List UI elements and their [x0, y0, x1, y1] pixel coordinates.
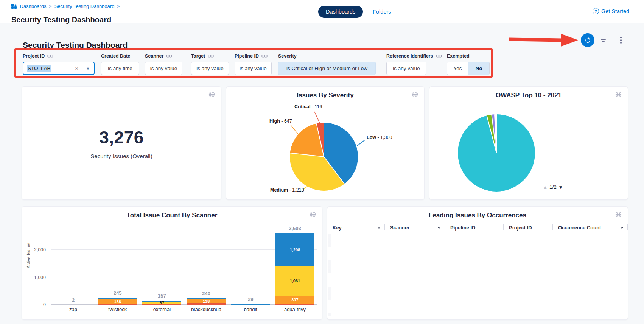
bar-segment-critical: [275, 304, 314, 305]
column-header-occurrence-count[interactable]: Occurrence Count: [553, 223, 628, 232]
bar-segment-value: 1,208: [290, 248, 300, 252]
page-indicator: 1/2: [549, 184, 557, 190]
column-header-key[interactable]: Key: [327, 223, 385, 232]
bar-segment-critical: [98, 304, 137, 305]
exempted-yes-button[interactable]: Yes: [447, 62, 468, 75]
filter-label: Pipeline ID: [235, 53, 259, 59]
bar-total-label: 240: [202, 291, 210, 296]
text-cursor: [51, 65, 51, 72]
pie-label-critical: Critical - 116: [294, 104, 322, 109]
x-category-label: zap: [51, 307, 95, 312]
x-category-label: bandit: [229, 307, 273, 312]
link-icon: [47, 54, 53, 58]
bar-total-label: 2: [72, 297, 75, 303]
column-header-scanner[interactable]: Scanner: [385, 223, 445, 232]
bar-bandit: 29: [229, 206, 273, 305]
chevron-down-icon: [437, 226, 441, 229]
breadcrumb-dashboards[interactable]: Dashboards: [20, 3, 47, 9]
bar-twistlock: 245188: [95, 206, 140, 305]
get-started-label: Get Started: [601, 8, 629, 14]
globe-icon[interactable]: [615, 211, 622, 219]
severity-filter-chip[interactable]: is Critical or High or Medium or Low: [278, 62, 376, 75]
leading-issues-table-body: [328, 234, 627, 316]
exempted-segmented-control: Yes No: [447, 62, 490, 75]
created-date-filter-button[interactable]: is any time: [101, 62, 139, 75]
leading-issues-table-header: KeyScannerPipeline IDProject IDOccurrenc…: [327, 223, 628, 232]
filter-label: Target: [191, 53, 205, 59]
tab-dashboards[interactable]: Dashboards: [318, 6, 363, 18]
bar-segment-low: 1,208: [275, 233, 314, 266]
chart-title: Issues By Severity: [226, 92, 424, 99]
y-tick: 2,000: [26, 247, 46, 252]
scanner-filter-button[interactable]: is any value: [145, 62, 182, 75]
bar-segment-low: [231, 304, 270, 305]
filter-label: Reference Identifiers: [386, 53, 433, 59]
link-icon: [261, 54, 268, 58]
page-down-icon[interactable]: ▼: [558, 185, 563, 190]
dashboard-heading: Security Testing Dashboard: [23, 40, 128, 50]
pie-label-low: Low - 1,300: [367, 135, 392, 140]
get-started-link[interactable]: ? Get Started: [593, 8, 629, 14]
tab-folders[interactable]: Folders: [373, 9, 391, 15]
bar-total-label: 157: [158, 293, 166, 299]
x-category-label: external: [140, 307, 184, 312]
column-header-project-id: Project ID: [504, 223, 553, 232]
filter-created-date: Created Date is any time: [101, 53, 139, 75]
bar-external: 15787: [140, 206, 184, 305]
filter-label: Created Date: [101, 53, 130, 59]
bar-segment-value: 1,061: [290, 279, 300, 283]
filter-target: Target is any value: [191, 53, 229, 75]
bar-segment-low: [187, 298, 226, 299]
owasp-pie: [458, 114, 535, 192]
x-category-label: twistlock: [95, 307, 140, 312]
bar-aqua-trivy: 2,6033071,0611,208: [273, 206, 317, 305]
dashboards-grid-icon: [11, 4, 17, 9]
reference-identifiers-filter-button[interactable]: is any value: [386, 62, 426, 75]
bar-segment-high: 138: [187, 299, 226, 303]
globe-icon[interactable]: [615, 91, 622, 99]
bar-segment-medium: [98, 299, 137, 299]
stat-value: 3,276: [99, 127, 144, 148]
tile-issues-by-severity: Issues By Severity Critical - 116 High -…: [226, 86, 425, 200]
dropdown-caret-icon[interactable]: ▼: [82, 66, 94, 71]
clear-icon[interactable]: ×: [72, 65, 82, 72]
bar-segment-medium: 87: [142, 302, 181, 304]
filter-scanner: Scanner is any value: [145, 53, 182, 75]
filter-label: Exempted: [447, 53, 470, 59]
project-id-input[interactable]: STO_LAB × ▼: [23, 62, 95, 75]
bar-segment-high: 307: [275, 296, 314, 304]
y-tick: 0: [26, 302, 46, 307]
target-filter-button[interactable]: is any value: [191, 62, 229, 75]
chart-title: OWASP Top 10 - 2021: [429, 92, 628, 99]
bar-total-label: 2,603: [289, 226, 301, 231]
bar-segment-medium: 1,061: [275, 266, 314, 296]
globe-icon[interactable]: [412, 91, 418, 99]
filter-pipeline-id: Pipeline ID is any value: [235, 53, 272, 75]
bar-total-label: 245: [114, 290, 122, 296]
refresh-button[interactable]: [581, 33, 594, 47]
breadcrumb-security-testing-dashboard[interactable]: Security Testing Dashboard: [54, 3, 115, 9]
bar-zap: 2: [51, 206, 95, 305]
link-icon: [166, 54, 172, 58]
bar-segment-value: 87: [160, 301, 164, 305]
filter-reference-identifiers: Reference Identifiers is any value: [386, 53, 442, 75]
bar-segment-low: [98, 298, 137, 298]
pipeline-id-filter-button[interactable]: is any value: [235, 62, 272, 75]
exempted-no-button[interactable]: No: [468, 62, 489, 75]
filter-label: Scanner: [145, 53, 163, 59]
filter-exempted: Exempted Yes No: [447, 53, 490, 75]
breadcrumb-separator: >: [49, 4, 52, 9]
x-category-label: blackduckhub: [184, 307, 229, 312]
breadcrumb: Dashboards > Security Testing Dashboard …: [11, 3, 120, 9]
bar-blackduckhub: 240138: [184, 206, 229, 305]
bar-segment-high: 188: [98, 299, 137, 304]
kebab-menu-icon[interactable]: [618, 35, 624, 45]
bar-segment-value: 188: [114, 300, 121, 304]
chart-title: Leading Issues By Occurrences: [327, 212, 628, 219]
y-tick: 1,000: [26, 275, 46, 280]
dashboard-filter-icon[interactable]: [599, 37, 607, 44]
page-up-icon[interactable]: ▲: [543, 185, 548, 190]
help-icon: ?: [593, 8, 599, 14]
breadcrumb-separator: >: [117, 4, 120, 9]
filter-project-id: Project ID STO_LAB × ▼: [23, 53, 95, 75]
